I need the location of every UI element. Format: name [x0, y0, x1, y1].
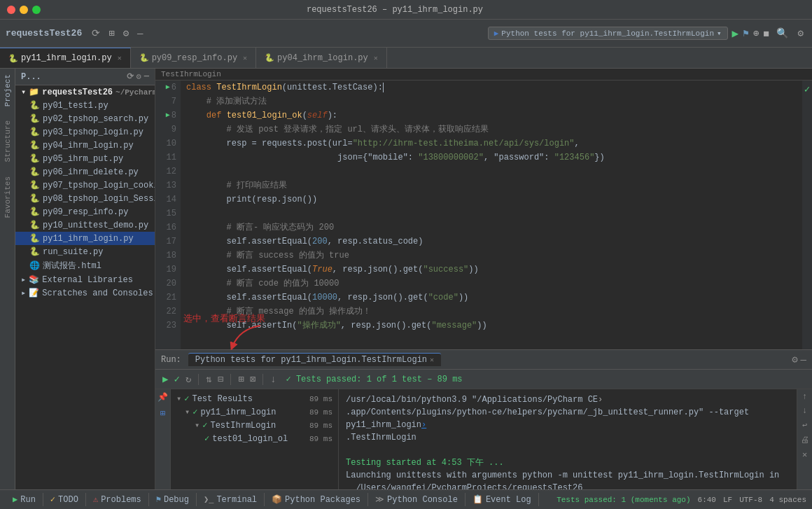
test-tree: ▾ ✓ Test Results 89 ms ▾ ✓ py11_ihrm_log… — [171, 389, 339, 489]
project-panel-title: P... — [21, 72, 41, 82]
close-panel-icon[interactable]: — — [134, 27, 146, 41]
tree-item-scratches[interactable]: ▸ 📝 Scratches and Consoles — [15, 286, 155, 300]
scroll-down-icon[interactable]: ↓ — [802, 406, 807, 416]
soft-wrap-icon[interactable]: ↩ — [802, 420, 807, 431]
test-item-py11[interactable]: ▾ ✓ py11_ihrm_login 89 ms — [171, 405, 338, 419]
maximize-button[interactable] — [32, 6, 41, 14]
code-content[interactable]: class TestIhrmLogin(unittest.TestCase): … — [181, 81, 802, 349]
search-everywhere-icon[interactable]: 🔍 — [774, 26, 791, 41]
collapse-icon[interactable]: ⊞ — [237, 372, 245, 386]
run-panel-minimize-icon[interactable]: — — [801, 354, 806, 365]
pin-icon[interactable]: 📌 — [158, 392, 168, 403]
tab-close-icon-3[interactable]: ✕ — [374, 54, 378, 62]
tree-item-runsuite[interactable]: 🐍 run_suite.py — [15, 245, 155, 258]
ext-icon: 📚 — [29, 274, 39, 285]
tab-close-icon-2[interactable]: ✕ — [243, 54, 247, 62]
clear-icon[interactable]: ✕ — [802, 449, 807, 460]
stop-button[interactable]: ◼ — [763, 27, 769, 39]
expand-icon[interactable]: ⊠ — [248, 372, 257, 386]
filter-icon[interactable]: ⊟ — [216, 372, 225, 386]
window-title: requestsTest26 – py11_ihrm_login.py — [307, 5, 483, 15]
bottom-tab-debug[interactable]: ⚑ Debug — [149, 493, 197, 506]
test-class-label: TestIhrmLogin — [210, 421, 276, 431]
tree-item-html[interactable]: 🌐 测试报告.html — [15, 258, 155, 273]
tree-item-py06[interactable]: 🐍 py06_ihrm_delete.py — [15, 165, 155, 179]
bottom-tab-problems[interactable]: ⚠ Problems — [86, 493, 149, 506]
bottom-tab-packages[interactable]: 📦 Python Packages — [265, 493, 368, 506]
coverage-button[interactable]: ⊕ — [753, 27, 759, 39]
sync-icon[interactable]: ⟳ — [89, 26, 103, 41]
tab-py11[interactable]: 🐍 py11_ihrm_login.py ✕ — [0, 48, 131, 68]
test-passed-icon[interactable]: ✓ — [172, 372, 181, 386]
tree-item-py02[interactable]: 🐍 py02_tpshop_search.py — [15, 112, 155, 125]
test-results-root[interactable]: ▾ ✓ Test Results 89 ms — [171, 392, 338, 405]
minimize-button[interactable] — [20, 6, 28, 14]
close-button[interactable] — [7, 6, 15, 14]
run-left-active-icon[interactable]: ⊞ — [160, 408, 165, 419]
out-line-3: .TestIhrmLogin — [346, 431, 790, 444]
run-panel-settings-icon[interactable]: ⚙ — [792, 354, 797, 365]
tree-label-9: py09_resp_info.py — [43, 207, 128, 217]
bottom-tab-todo[interactable]: ✓ TODO — [43, 493, 86, 506]
sidebar-favorites-label[interactable]: Favorites — [4, 176, 12, 218]
panel-icon-3[interactable]: — — [144, 71, 149, 82]
print-icon[interactable]: 🖨 — [801, 435, 809, 445]
code-editor[interactable]: ▶6 7 ▶8 9 10 11 12 13 14 15 16 17 18 19 … — [155, 81, 812, 349]
test-method-label: test01_login_ol — [212, 434, 288, 444]
test-arrow-3: ▾ — [195, 420, 200, 431]
scroll-up-icon[interactable]: ↑ — [802, 392, 807, 402]
test-item-method[interactable]: ✓ test01_login_ol 89 ms — [171, 432, 338, 445]
bottom-tab-terminal[interactable]: ❯_ Terminal — [197, 493, 265, 506]
sidebar-project-label[interactable]: Project — [4, 74, 12, 106]
run-tab-main[interactable]: Python tests for py11_ihrm_login.TestIhr… — [188, 353, 441, 366]
sort-icon[interactable]: ⇅ — [204, 372, 213, 386]
sidebar-structure-label[interactable]: Structure — [4, 120, 12, 162]
tree-item-py05[interactable]: 🐍 py05_ihrm_put.py — [15, 152, 155, 165]
bottom-tab-console[interactable]: ≫ Python Console — [368, 493, 465, 506]
code-line-21: self.assertEqual(10000, resp.json().get(… — [186, 291, 797, 305]
tree-item-py10[interactable]: 🐍 py10_unittest_demo.py — [15, 218, 155, 232]
tree-item-py11[interactable]: 🐍 py11_ihrm_login.py — [15, 232, 155, 245]
tree-root[interactable]: ▾ 📁 requestsTest26 ~/PycharmP — [15, 85, 155, 99]
tree-item-py09[interactable]: 🐍 py09_resp_info.py — [15, 205, 155, 218]
test-item-class[interactable]: ▾ ✓ TestIhrmLogin 89 ms — [171, 419, 338, 432]
rerun-failed-icon[interactable]: ↻ — [184, 372, 192, 386]
debug-button[interactable]: ⚑ — [743, 27, 748, 39]
run-again-icon[interactable]: ▶ — [161, 372, 169, 386]
bottom-status: Tests passed: 1 (moments ago) 6:40 LF UT… — [556, 496, 806, 504]
panel-icon-2[interactable]: ⚙ — [136, 71, 141, 82]
tab-py09[interactable]: 🐍 py09_resp_info.py ✕ — [131, 48, 256, 68]
run-configuration[interactable]: ▶ Python tests for py11_ihrm_login.TestI… — [488, 27, 728, 40]
bottom-tab-run[interactable]: ▶ Run — [6, 493, 43, 506]
terminal-tab-text: Terminal — [216, 495, 257, 505]
run-button[interactable]: ▶ — [732, 27, 739, 41]
scroll-end-icon[interactable]: ↓ — [269, 372, 277, 386]
tree-item-py03[interactable]: 🐍 py03_tpshop_login.py — [15, 125, 155, 139]
structure-icon[interactable]: ⊞ — [106, 26, 117, 41]
project-panel-header: P... ⟳ ⚙ — — [15, 69, 155, 85]
tab-label-3: py04_ihrm_login.py — [277, 53, 368, 63]
window-controls[interactable] — [7, 6, 41, 14]
run-output[interactable]: /usr/local/bin/python3.9 "/Applications/… — [339, 389, 797, 489]
out-line-1: /usr/local/bin/python3.9 "/Applications/… — [346, 393, 790, 406]
tab-close-icon[interactable]: ✕ — [118, 54, 122, 62]
settings-icon[interactable]: ⚙ — [120, 26, 132, 41]
tree-item-py08[interactable]: 🐍 py08_tpshop_login_Sessio — [15, 192, 155, 205]
py-icon-2: 🐍 — [29, 113, 40, 124]
tab-py04[interactable]: 🐍 py04_ihrm_login.py ✕ — [256, 48, 387, 68]
run-tab-close-icon[interactable]: ✕ — [430, 356, 434, 364]
ln-21: 21 — [155, 291, 176, 305]
tree-item-py04[interactable]: 🐍 py04_ihrm_login.py — [15, 139, 155, 152]
tree-item-py01[interactable]: 🐍 py01_test1.py — [15, 99, 155, 112]
py-icon-5: 🐍 — [29, 153, 40, 164]
panel-icon-1[interactable]: ⟳ — [127, 71, 134, 82]
bottom-tab-eventlog[interactable]: 📋 Event Log — [465, 493, 539, 506]
run-config-dropdown[interactable]: ▾ — [717, 29, 722, 38]
test-arrow-2: ▾ — [185, 407, 190, 417]
run-config-icon: ▶ — [494, 29, 499, 38]
tree-item-extlibs[interactable]: ▸ 📚 External Libraries — [15, 273, 155, 286]
tree-item-py07[interactable]: 🐍 py07_tpshop_login_cookie — [15, 179, 155, 192]
settings-main-icon[interactable]: ⚙ — [795, 26, 806, 41]
tree-label-3: py03_tpshop_login.py — [43, 127, 144, 137]
line-numbers: ▶6 7 ▶8 9 10 11 12 13 14 15 16 17 18 19 … — [155, 81, 181, 349]
